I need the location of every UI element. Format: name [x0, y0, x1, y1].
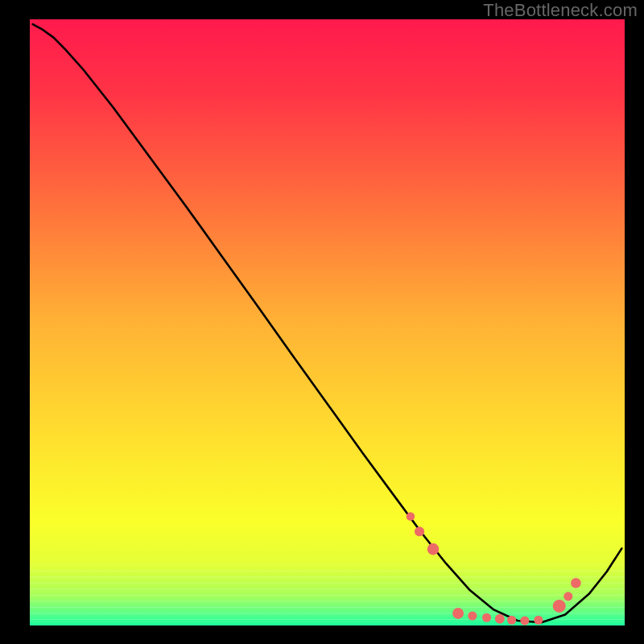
curve-marker [507, 616, 516, 625]
curve-marker [564, 592, 572, 601]
plot-area [30, 19, 625, 625]
curve-marker [520, 616, 529, 625]
curve-marker [553, 600, 566, 613]
chart-svg [30, 19, 625, 625]
curve-marker [534, 616, 543, 625]
curve-marker [482, 613, 491, 622]
chart-background [30, 19, 625, 625]
curve-marker [427, 543, 440, 555]
curve-marker [452, 608, 464, 619]
curve-marker [415, 526, 424, 536]
chart-container: TheBottleneck.com [0, 0, 644, 644]
curve-marker [571, 578, 581, 588]
watermark-text: TheBottleneck.com [483, 0, 638, 21]
curve-marker [495, 614, 505, 624]
curve-marker [407, 512, 415, 520]
curve-marker [468, 611, 477, 620]
